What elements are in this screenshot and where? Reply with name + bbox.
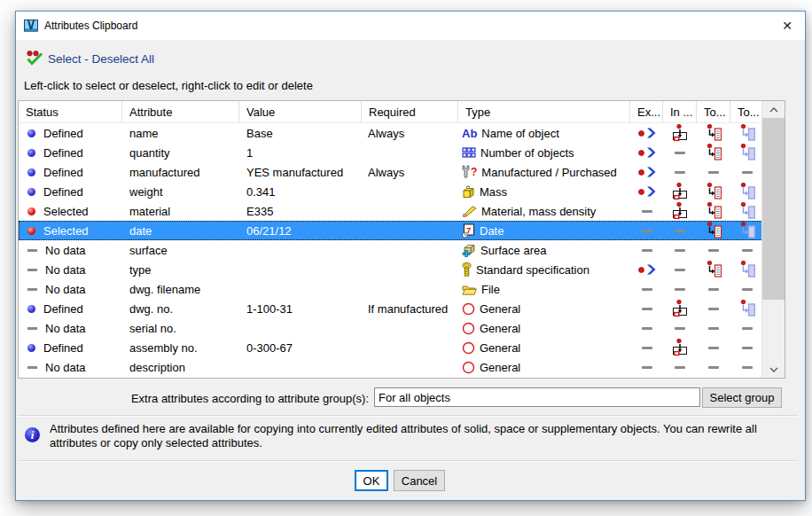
type-cell: General bbox=[458, 338, 630, 357]
status-cell: No data bbox=[19, 318, 122, 338]
divider bbox=[18, 415, 798, 417]
required-cell bbox=[362, 279, 458, 299]
table-row[interactable]: Defined weight 0.341 Mass bbox=[19, 182, 785, 201]
table-body: Defined name Base Always AbName of objec… bbox=[19, 123, 785, 377]
required-cell bbox=[362, 338, 458, 357]
to-list-cell bbox=[697, 338, 730, 357]
to-list-cell bbox=[697, 299, 730, 318]
required-cell: Always bbox=[362, 123, 458, 143]
table-row[interactable]: No data dwg. filename File bbox=[19, 279, 785, 299]
value-cell: YES manufactured bbox=[239, 162, 362, 182]
no-data-dash-icon bbox=[642, 327, 652, 330]
value-cell bbox=[239, 357, 362, 377]
column-header-6[interactable]: In ... bbox=[663, 101, 697, 122]
column-header-7[interactable]: To... bbox=[697, 101, 730, 122]
status-cell: Selected bbox=[19, 201, 122, 221]
surface-area-icon bbox=[462, 244, 476, 257]
value-cell: 06/21/12 bbox=[239, 221, 362, 240]
import-cell bbox=[663, 260, 697, 279]
status-cell: Selected bbox=[19, 221, 122, 240]
to-object-cell bbox=[730, 240, 763, 260]
import-cell bbox=[663, 240, 697, 260]
no-data-dash-icon bbox=[642, 249, 652, 252]
value-cell: 1-100-31 bbox=[239, 299, 362, 318]
type-cell: Mass bbox=[458, 182, 630, 201]
column-header-3[interactable]: Required bbox=[362, 101, 458, 122]
cancel-button[interactable]: Cancel bbox=[394, 470, 445, 491]
table-row[interactable]: Selected material E335 Material, mass de… bbox=[19, 201, 785, 221]
copy-to-list-icon bbox=[706, 202, 722, 220]
to-list-cell bbox=[697, 123, 730, 143]
required-cell bbox=[362, 357, 458, 377]
select-deselect-all[interactable]: Select - Deselect All bbox=[26, 51, 154, 66]
column-header-8[interactable]: To... bbox=[730, 101, 763, 122]
copy-to-object-icon bbox=[739, 124, 755, 142]
status-icon-defined bbox=[27, 344, 35, 352]
scrollbar-thumb[interactable] bbox=[762, 118, 785, 300]
column-header-1[interactable]: Attribute bbox=[122, 101, 239, 122]
column-header-2[interactable]: Value bbox=[239, 101, 362, 122]
table-row[interactable]: Defined name Base Always AbName of objec… bbox=[19, 123, 785, 143]
value-cell: Base bbox=[239, 123, 362, 143]
table-row[interactable]: Defined assembly no. 0-300-67 General bbox=[19, 338, 785, 357]
no-data-dash-icon bbox=[742, 171, 753, 174]
select-deselect-label: Select - Deselect All bbox=[48, 52, 154, 66]
table-row[interactable]: No data surface Surface area bbox=[19, 240, 785, 260]
general-attribute-icon bbox=[462, 361, 475, 374]
value-cell bbox=[239, 318, 362, 338]
ok-button[interactable]: OK bbox=[355, 470, 388, 491]
export-arrow-icon bbox=[638, 186, 656, 197]
standard-specification-icon bbox=[462, 262, 472, 277]
table-row[interactable]: No data serial no. General bbox=[19, 318, 785, 338]
attribute-cell: serial no. bbox=[122, 318, 239, 338]
status-icon-no-data bbox=[27, 288, 37, 291]
table-row[interactable]: No data description General bbox=[19, 357, 785, 377]
app-icon bbox=[24, 19, 38, 33]
no-data-dash-icon bbox=[642, 347, 652, 349]
dialog-content: Select - Deselect All Left-click to sele… bbox=[16, 40, 805, 500]
attributes-clipboard-dialog: Attributes Clipboard ✕ Select - Deselect… bbox=[15, 11, 806, 501]
export-cell bbox=[630, 279, 663, 299]
extra-attributes-label: Extra attributes according to attribute … bbox=[18, 392, 369, 405]
column-header-5[interactable]: Ex... bbox=[630, 101, 663, 122]
name-of-object-icon: Ab bbox=[462, 127, 477, 140]
table-row[interactable]: No data type Standard specification bbox=[19, 260, 785, 279]
status-cell: Defined bbox=[19, 338, 122, 357]
close-button[interactable]: ✕ bbox=[769, 12, 805, 40]
no-data-dash-icon bbox=[742, 327, 753, 330]
export-cell bbox=[630, 357, 663, 377]
attribute-cell: description bbox=[122, 357, 239, 377]
status-icon-no-data bbox=[27, 249, 37, 252]
attribute-cell: dwg. filename bbox=[122, 279, 239, 299]
no-data-dash-icon bbox=[708, 288, 719, 291]
date-icon: 7 bbox=[462, 223, 475, 238]
type-cell: Surface area bbox=[458, 240, 630, 260]
vertical-scrollbar[interactable] bbox=[761, 101, 785, 378]
import-cell bbox=[663, 201, 697, 221]
required-cell bbox=[362, 240, 458, 260]
table-row[interactable]: Defined dwg. no. 1-100-31 If manufacture… bbox=[19, 299, 785, 318]
instruction-text: Left-click to select or deselect, right-… bbox=[24, 79, 313, 92]
export-cell bbox=[630, 143, 663, 162]
import-to-object-icon bbox=[672, 183, 688, 200]
select-group-button[interactable]: Select group bbox=[702, 387, 782, 408]
status-cell: No data bbox=[19, 279, 122, 299]
column-header-4[interactable]: Type bbox=[458, 101, 630, 122]
table-row[interactable]: Selected date 06/21/12 7 Date bbox=[19, 221, 785, 240]
material-icon bbox=[462, 206, 477, 217]
to-list-cell bbox=[697, 318, 730, 338]
copy-to-object-icon bbox=[739, 300, 755, 317]
scrollbar-down-button[interactable] bbox=[762, 361, 785, 378]
select-deselect-icon bbox=[26, 51, 43, 66]
attribute-cell: type bbox=[122, 260, 239, 279]
attribute-cell: date bbox=[122, 221, 239, 240]
to-object-cell bbox=[730, 338, 763, 357]
import-to-object-icon bbox=[672, 339, 688, 356]
table-row[interactable]: Defined manufactured YES manufactured Al… bbox=[19, 162, 785, 182]
attribute-group-input[interactable] bbox=[374, 387, 700, 407]
required-cell bbox=[362, 143, 458, 162]
column-header-0[interactable]: Status bbox=[19, 101, 122, 122]
table-row[interactable]: Defined quantity 1 Number of objects bbox=[19, 143, 785, 162]
scrollbar-up-button[interactable] bbox=[762, 101, 785, 118]
copy-to-list-icon bbox=[706, 124, 722, 142]
